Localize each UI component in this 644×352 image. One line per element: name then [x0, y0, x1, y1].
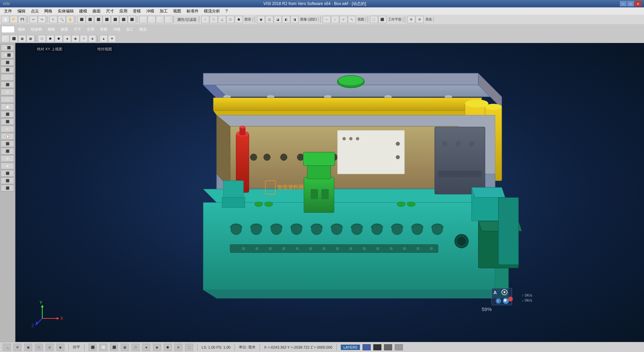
left-btn-4[interactable]: ⬛: [1, 67, 14, 73]
menu-mesh[interactable]: 网格: [42, 8, 55, 15]
tb-icon-10[interactable]: ⬜: [156, 16, 164, 23]
status-icon-5[interactable]: ◎: [46, 344, 54, 351]
shape-3[interactable]: △: [218, 16, 226, 23]
status-icon-16[interactable]: ⬚: [185, 344, 193, 351]
tb-icon-8[interactable]: ⬜: [139, 16, 147, 23]
menu-view[interactable]: 视图: [170, 8, 184, 15]
close-button[interactable]: ✕: [635, 1, 641, 6]
left-btn-14[interactable]: ⬛: [1, 140, 14, 147]
status-icon-14[interactable]: ⬣: [164, 344, 172, 351]
status-icon-2[interactable]: ⚙: [13, 344, 21, 351]
tb-icon-1[interactable]: ⬛: [77, 16, 86, 23]
view-mode-2[interactable]: ⬛: [10, 35, 18, 42]
view-mode-5[interactable]: ⬡: [38, 35, 46, 42]
menu-solidedit[interactable]: 实体编辑: [55, 8, 76, 15]
view-mode-4[interactable]: ▩: [26, 35, 35, 42]
left-btn-10[interactable]: ⬛: [1, 111, 14, 118]
tab-app[interactable]: 应用: [84, 26, 97, 33]
menu-edit[interactable]: 编辑: [15, 8, 28, 15]
sys-1[interactable]: ⚙: [407, 16, 415, 23]
left-btn-12[interactable]: ✂: [1, 126, 14, 132]
shape-2[interactable]: □: [210, 16, 218, 23]
view-4[interactable]: ⤡: [348, 16, 356, 23]
tb-icon-11[interactable]: ⬜: [164, 16, 172, 23]
menu-stamp[interactable]: 冲模: [144, 8, 157, 15]
left-btn-6[interactable]: ⬛: [1, 81, 14, 88]
tb-icon-3[interactable]: ⬛: [94, 16, 102, 23]
tab-machine2[interactable]: 加工: [123, 26, 136, 33]
redo-button[interactable]: ↪: [38, 16, 46, 23]
status-icon-11[interactable]: ⬡: [131, 344, 140, 351]
shape-5[interactable]: ⬣: [235, 16, 243, 23]
tb-icon-9[interactable]: ⬜: [148, 16, 156, 23]
open-button[interactable]: 📂: [10, 16, 18, 23]
status-icon-4[interactable]: ⬡: [35, 344, 43, 351]
maximize-button[interactable]: □: [627, 1, 634, 6]
view-mode-12[interactable]: ▲: [100, 35, 108, 42]
status-icon-15[interactable]: ⊕: [174, 344, 182, 351]
shape-1[interactable]: ○: [201, 16, 209, 23]
status-icon-12[interactable]: ◈: [142, 344, 150, 351]
left-btn-9[interactable]: ▣: [1, 103, 14, 110]
img-4[interactable]: ◧: [282, 16, 290, 23]
left-btn-11[interactable]: ⬛: [1, 118, 14, 125]
left-btn-3[interactable]: ⬛: [1, 59, 14, 66]
menu-dimension[interactable]: 尺寸: [103, 8, 117, 15]
menu-model[interactable]: 建模: [76, 8, 90, 15]
tab-stamp2[interactable]: 冲模: [110, 26, 123, 33]
color-swatch-4[interactable]: [395, 344, 403, 350]
left-btn-7[interactable]: ◎: [1, 89, 14, 95]
view-mode-7[interactable]: ⬣: [55, 35, 63, 42]
wp-1[interactable]: ⬚: [370, 16, 378, 23]
view-mode-1[interactable]: ⬜: [1, 35, 9, 42]
left-btn-17[interactable]: ⊕: [1, 163, 14, 169]
left-btn-2[interactable]: ✎⬛: [1, 52, 14, 58]
tab-wireframe[interactable]: 线架构: [28, 26, 45, 33]
left-btn-1[interactable]: ↖⬛: [1, 44, 14, 51]
tab-transform2[interactable]: 变模: [97, 26, 110, 33]
view-2[interactable]: ↕: [331, 16, 339, 23]
menu-apply[interactable]: 应用: [117, 8, 130, 15]
tab-surface[interactable]: 曲面: [58, 26, 71, 33]
view-3[interactable]: ⤢: [339, 16, 347, 23]
menu-standard[interactable]: 标准件: [184, 8, 201, 15]
zoom-button[interactable]: 🔍: [58, 16, 66, 23]
menu-help[interactable]: ?: [223, 8, 230, 14]
tab-edit[interactable]: 编辑: [15, 26, 28, 33]
tb-icon-6[interactable]: ⬛: [119, 16, 127, 23]
tab-standard[interactable]: 标准: [1, 26, 15, 33]
left-btn-18[interactable]: ⬛: [1, 170, 14, 177]
tab-modeling[interactable]: 建模: [45, 26, 58, 33]
tb-icon-7[interactable]: ⬛: [128, 16, 136, 23]
tab-moldflow2[interactable]: 模流: [137, 26, 149, 33]
view-mode-8[interactable]: ◈: [63, 35, 71, 42]
img-2[interactable]: ◫: [265, 16, 273, 23]
left-btn-5[interactable]: ↔: [1, 74, 14, 81]
tb-icon-4[interactable]: ⬛: [103, 16, 111, 23]
img-1[interactable]: ▣: [257, 16, 265, 23]
status-icon-10[interactable]: ▦: [121, 344, 129, 351]
left-btn-8[interactable]: ⬡: [1, 96, 14, 103]
shape-4[interactable]: ⬡: [226, 16, 234, 23]
view-mode-9[interactable]: ◉: [71, 35, 79, 42]
select-button[interactable]: ↖: [49, 16, 57, 23]
status-icon-6[interactable]: ◉: [56, 344, 64, 351]
view-1[interactable]: ↔: [323, 16, 331, 23]
left-btn-20[interactable]: ⬛: [1, 185, 14, 191]
view-mode-11[interactable]: ◈: [88, 35, 96, 42]
viewport[interactable]: X Y Z 智造资料网 A T 59%: [15, 43, 644, 342]
color-swatch-1[interactable]: [363, 344, 371, 350]
status-icon-13[interactable]: ◉: [153, 344, 161, 351]
new-button[interactable]: 📄: [1, 16, 9, 23]
status-icon-1[interactable]: 🔍: [3, 344, 11, 351]
undo-button[interactable]: ↩: [30, 16, 38, 23]
status-icon-3[interactable]: ▣: [24, 344, 32, 351]
left-btn-15[interactable]: ⬛: [1, 148, 14, 155]
tb-icon-2[interactable]: ⬛: [86, 16, 94, 23]
left-btn-19[interactable]: ⬛: [1, 177, 14, 184]
view-mode-3[interactable]: ▦: [18, 35, 26, 42]
menu-machine[interactable]: 加工: [157, 8, 170, 15]
color-swatch-3[interactable]: [384, 344, 392, 350]
wp-2[interactable]: ⬛: [378, 16, 386, 23]
menu-moldflow[interactable]: 模流分析: [201, 8, 223, 15]
